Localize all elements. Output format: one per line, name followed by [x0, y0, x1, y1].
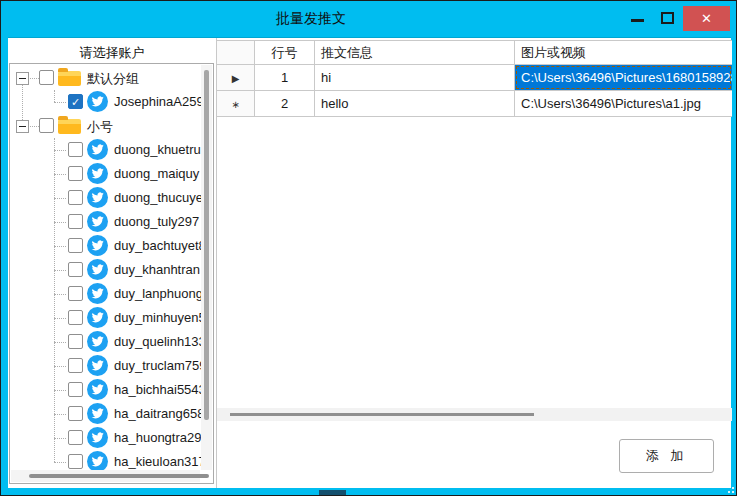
checkbox-unchecked[interactable]: [68, 454, 83, 469]
checkbox-unchecked[interactable]: [68, 166, 83, 181]
tree-account-item[interactable]: duong_tuly297: [10, 210, 213, 234]
checkbox-unchecked[interactable]: [68, 238, 83, 253]
table-row[interactable]: ∗ 2 hello C:\Users\36496\Pictures\a1.jpg: [217, 91, 732, 117]
tree-account-item[interactable]: ha_daitrang658: [10, 402, 213, 426]
checkbox-unchecked[interactable]: [68, 334, 83, 349]
twitter-icon: [87, 331, 108, 352]
maximize-icon[interactable]: [661, 12, 674, 24]
tree-account-item[interactable]: duy_truclam759: [10, 354, 213, 378]
tree-horizontal-scrollbar[interactable]: [11, 470, 200, 482]
checkbox-unchecked[interactable]: [68, 358, 83, 373]
checkbox-unchecked[interactable]: [68, 286, 83, 301]
table-row[interactable]: ▶ 1 hi C:\Users\36496\Pictures\168015892…: [217, 65, 732, 91]
scrollbar-thumb[interactable]: [29, 474, 209, 478]
tree-account-item[interactable]: ha_bichhai5543: [10, 378, 213, 402]
account-label: ha_huongtra29: [114, 430, 201, 445]
tree-account-item[interactable]: ha_huongtra29: [10, 426, 213, 450]
account-label: JosephinaA259: [114, 94, 204, 109]
tree-connector: [54, 150, 66, 151]
tree-account-item[interactable]: duong_khuetru: [10, 138, 213, 162]
folder-icon: [58, 71, 81, 86]
account-label: duy_truclam759: [114, 358, 207, 373]
tree-connector: [54, 174, 66, 175]
folder-icon: [58, 119, 81, 134]
resize-grip-icon[interactable]: [726, 485, 734, 493]
account-label: ha_kieuloan317: [114, 454, 206, 469]
tree-account-item[interactable]: duy_khanhtran: [10, 258, 213, 282]
row-marker-icon: ▶: [232, 73, 240, 84]
tweet-grid[interactable]: 行号 推文信息 图片或视频 ▶ 1 hi C:\Users\36496\Pict…: [217, 40, 732, 117]
tree-connector: [54, 294, 66, 295]
taskbar-peek: [319, 490, 346, 495]
scrollbar-thumb[interactable]: [204, 70, 209, 420]
message-cell[interactable]: hi: [315, 65, 515, 90]
add-button[interactable]: 添 加: [619, 439, 714, 473]
twitter-icon: [87, 283, 108, 304]
checkbox-unchecked[interactable]: [68, 190, 83, 205]
account-tree[interactable]: 默认分组 ✓ JosephinaA259 小号: [9, 63, 214, 484]
group-label: 小号: [87, 118, 113, 136]
twitter-icon: [87, 91, 108, 112]
checkbox-unchecked[interactable]: [68, 262, 83, 277]
column-header-rownum[interactable]: 行号: [255, 41, 315, 64]
twitter-icon: [87, 259, 108, 280]
account-label: duong_khuetru: [114, 142, 201, 157]
account-label: duy_quelinh133: [114, 334, 206, 349]
column-header-media[interactable]: 图片或视频: [515, 41, 732, 64]
minimize-icon[interactable]: [631, 19, 644, 22]
grid-horizontal-scrollbar[interactable]: [217, 408, 732, 421]
tree-connector: [54, 318, 66, 319]
tree-account-item[interactable]: duy_lanphuong: [10, 282, 213, 306]
checkbox-unchecked[interactable]: [68, 430, 83, 445]
tree-group-minor[interactable]: 小号: [10, 114, 213, 138]
account-label: ha_daitrang658: [114, 406, 204, 421]
twitter-icon: [87, 379, 108, 400]
rownum-cell[interactable]: 1: [255, 65, 315, 90]
tree-account-item[interactable]: duong_thucuye: [10, 186, 213, 210]
tree-account-item[interactable]: duy_quelinh133: [10, 330, 213, 354]
checkbox-unchecked[interactable]: [68, 382, 83, 397]
tree-connector: [54, 222, 66, 223]
tree-connector: [54, 366, 66, 367]
checkbox-unchecked[interactable]: [68, 214, 83, 229]
tree-account-item[interactable]: duy_minhuyen5: [10, 306, 213, 330]
scrollbar-thumb[interactable]: [230, 413, 534, 416]
checkbox-unchecked[interactable]: [39, 118, 54, 133]
account-label: duy_khanhtran: [114, 262, 200, 277]
tree-connector: [54, 438, 66, 439]
account-list: duong_khuetru duong_maiquy: [10, 138, 213, 474]
media-path-cell[interactable]: C:\Users\36496\Pictures\a1.jpg: [515, 91, 732, 116]
row-header-cell[interactable]: ▶: [217, 65, 255, 90]
checkbox-unchecked[interactable]: [68, 142, 83, 157]
account-label: duong_thucuye: [114, 190, 203, 205]
tree-connector: [54, 462, 66, 463]
row-header-cell[interactable]: ∗: [217, 91, 255, 116]
window-content: 请选择账户 默认分组 ✓: [8, 38, 731, 488]
close-button[interactable]: ✕: [683, 6, 730, 31]
checkbox-unchecked[interactable]: [68, 406, 83, 421]
tree-group-default[interactable]: 默认分组: [10, 66, 213, 90]
grid-corner-header: [217, 41, 255, 64]
account-label: duy_bachtuyet8: [114, 238, 206, 253]
group-label: 默认分组: [87, 70, 139, 88]
row-marker-icon: ∗: [231, 99, 239, 110]
twitter-icon: [87, 187, 108, 208]
checkbox-unchecked[interactable]: [68, 310, 83, 325]
account-panel: 请选择账户 默认分组 ✓: [8, 38, 216, 488]
tree-account-item-checked[interactable]: ✓ JosephinaA259: [10, 90, 213, 114]
checkbox-checked[interactable]: ✓: [68, 94, 83, 109]
collapse-icon[interactable]: [16, 72, 29, 85]
title-bar[interactable]: 批量发推文 ✕: [1, 1, 736, 38]
tree-connector: [54, 414, 66, 415]
message-cell[interactable]: hello: [315, 91, 515, 116]
checkbox-unchecked[interactable]: [39, 70, 54, 85]
twitter-icon: [87, 211, 108, 232]
column-header-message[interactable]: 推文信息: [315, 41, 515, 64]
collapse-icon[interactable]: [16, 120, 29, 133]
tree-vertical-scrollbar[interactable]: [201, 65, 212, 470]
tree-account-item[interactable]: duong_maiquy: [10, 162, 213, 186]
rownum-cell[interactable]: 2: [255, 91, 315, 116]
media-path-cell[interactable]: C:\Users\36496\Pictures\1680158928: [515, 65, 732, 90]
tree-account-item[interactable]: duy_bachtuyet8: [10, 234, 213, 258]
grid-header-row: 行号 推文信息 图片或视频: [217, 41, 732, 65]
